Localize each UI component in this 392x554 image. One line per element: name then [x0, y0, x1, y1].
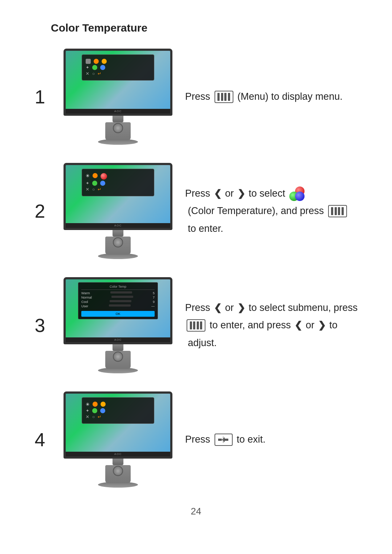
step-1-instruction: Press (Menu) to display menu. — [185, 89, 363, 104]
chevron-right-icon-3b: ❯ — [237, 299, 245, 316]
step-4-row: 4 ✳ ✦ — [29, 391, 363, 488]
monitor-display-4: ✳ ✦ ✕ ○ ↵ — [64, 391, 172, 459]
stand-top-2 — [113, 230, 123, 237]
stand-top-1 — [113, 116, 123, 122]
section-title: Color Temperature — [51, 22, 363, 34]
monitor-screen-4: ✳ ✦ ✕ ○ ↵ — [66, 394, 170, 452]
color-temperature-icon — [289, 186, 305, 200]
submenu-row-user: User — — [81, 304, 155, 308]
menu-overlay-2: ✳ ✦ ✕ ○ ↵ — [82, 169, 154, 196]
or-text-3a: or — [225, 299, 234, 317]
step-3-row: 3 Color Temp Warm 5 Normal 7 — [29, 277, 363, 373]
menu-button-icon-3a — [187, 319, 205, 332]
monitor-display-3: Color Temp Warm 5 Normal 7 Cool — [64, 277, 172, 344]
chevron-right-icon-2a: ❯ — [237, 185, 245, 202]
stand-base-1 — [105, 122, 131, 140]
monitor-display-2: ✳ ✦ ✕ ○ ↵ — [64, 163, 172, 230]
submenu-row-cool: Cool 9 — [81, 300, 155, 304]
step-2-text: Press ❮ or ❯ to select (Color Temperatur… — [185, 185, 363, 238]
page-number: 24 — [29, 506, 363, 517]
or-text-3b: or — [306, 316, 314, 334]
menu-overlay-1: ✦ ✕ ○ ↵ — [82, 54, 154, 81]
step-4-number: 4 — [29, 429, 51, 451]
step-4-monitor: ✳ ✦ ✕ ○ ↵ — [62, 391, 174, 488]
step-1-row: 1 ✦ — [29, 49, 363, 145]
menu-button-icon-1 — [215, 91, 233, 103]
monitor-screen-2: ✳ ✦ ✕ ○ ↵ — [66, 165, 170, 223]
step-2-monitor: ✳ ✦ ✕ ○ ↵ — [62, 163, 174, 259]
menu-button-icon-2 — [328, 205, 347, 217]
chevron-right-icon-3d: ❯ — [318, 317, 326, 334]
stand-knob-4 — [113, 466, 123, 476]
chevron-left-icon-3c: ❮ — [294, 317, 302, 334]
exit-button-icon — [215, 434, 233, 446]
menu-overlay-4: ✳ ✦ ✕ ○ ↵ — [82, 397, 154, 424]
step-1-text: Press — [185, 89, 213, 104]
svg-marker-0 — [222, 437, 228, 442]
submenu-panel-3: Color Temp Warm 5 Normal 7 Cool — [78, 282, 158, 319]
stand-knob-3 — [113, 352, 123, 362]
monitor-screen-3: Color Temp Warm 5 Normal 7 Cool — [66, 279, 170, 337]
brand-3: AOC — [66, 337, 170, 342]
chevron-left-icon-2a: ❮ — [214, 185, 222, 202]
step-2-number: 2 — [29, 200, 51, 222]
submenu-header-3: Color Temp — [81, 285, 155, 290]
submenu-row-warm: Warm 5 — [81, 291, 155, 295]
brand-2: AOC — [66, 223, 170, 228]
step-2-instruction: Press ❮ or ❯ to select (Color Temperatur… — [185, 185, 363, 238]
or-text-2a: or — [225, 185, 234, 202]
page-content: Color Temperature 1 ✦ — [0, 0, 392, 546]
brand-4: AOC — [66, 452, 170, 456]
step-3-text: Press ❮ or ❯ to select submenu, press to… — [185, 299, 363, 352]
monitor-screen-1: ✦ ✕ ○ ↵ — [66, 51, 170, 109]
step-2-row: 2 ✳ ✦ — [29, 163, 363, 259]
stand-knob-2 — [113, 237, 123, 247]
step-3-instruction: Press ❮ or ❯ to select submenu, press to… — [185, 299, 363, 352]
step-1-number: 1 — [29, 86, 51, 108]
step-4-instruction: Press to exit. — [185, 432, 363, 447]
stand-top-4 — [113, 459, 123, 465]
step-3-monitor: Color Temp Warm 5 Normal 7 Cool — [62, 277, 174, 373]
to-text-3: to — [329, 316, 338, 334]
step-1-monitor: ✦ ✕ ○ ↵ AOC — [62, 49, 174, 145]
submenu-ok-btn: OK — [81, 311, 155, 317]
step-1-text2: (Menu) to display menu. — [235, 89, 343, 104]
step-3-number: 3 — [29, 315, 51, 336]
chevron-left-icon-3a: ❮ — [214, 299, 222, 316]
monitor-display-1: ✦ ✕ ○ ↵ AOC — [64, 49, 172, 116]
step-4-text: Press to exit. — [185, 432, 266, 447]
svg-rect-2 — [218, 439, 222, 441]
stand-base-3 — [105, 351, 131, 369]
stand-top-3 — [113, 344, 123, 351]
submenu-row-normal: Normal 7 — [81, 296, 155, 299]
stand-base-2 — [105, 237, 131, 255]
stand-knob-1 — [113, 123, 123, 133]
stand-base-4 — [105, 465, 131, 483]
brand-1: AOC — [66, 109, 170, 114]
